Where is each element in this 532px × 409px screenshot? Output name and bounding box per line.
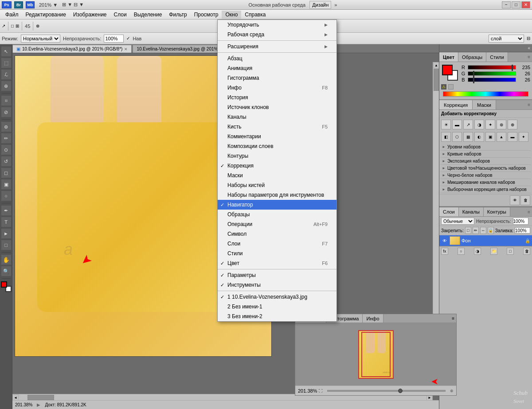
corr-hue[interactable]: ⊛ (497, 120, 506, 129)
opacity-field[interactable] (513, 218, 528, 225)
dd-layers[interactable]: Слои F7 (218, 239, 336, 249)
tab-swatches[interactable]: Образцы (458, 52, 486, 62)
tool-marquee[interactable]: ⬚ (1, 58, 12, 68)
color-panel-collapse[interactable]: ≡ (526, 55, 532, 59)
b-slider[interactable] (468, 78, 516, 82)
menu-image[interactable]: Изображение (70, 11, 110, 19)
menu-select[interactable]: Выделение (130, 11, 166, 19)
menu-window[interactable]: Окно (222, 11, 241, 19)
dd-file2[interactable]: 2 Без имени-1 (218, 302, 336, 312)
layer-new-btn[interactable]: □ (507, 248, 514, 255)
scroll-left[interactable]: ◄ (12, 394, 19, 400)
spectrum-bar[interactable] (443, 91, 528, 97)
navigator-slider-thumb[interactable] (398, 389, 403, 393)
fill-field[interactable] (515, 227, 530, 234)
dd-options[interactable]: ✓ Параметры (218, 270, 336, 280)
g-thumb[interactable] (473, 71, 474, 77)
collapse-btn[interactable]: « (528, 46, 530, 51)
tool-brush[interactable]: ✏ (1, 133, 12, 144)
design-button[interactable]: Дизайн (309, 1, 331, 9)
layer-adjustment-btn[interactable]: ◑ (474, 248, 481, 255)
dd-tools[interactable]: ✓ Инструменты (218, 280, 336, 290)
tool-shape[interactable]: □ (1, 240, 12, 250)
corr-eye-btn[interactable]: 👁 (510, 195, 520, 205)
tool-stamp[interactable]: ⊙ (1, 144, 12, 155)
tab-masks[interactable]: Маски (473, 100, 496, 109)
dd-file3[interactable]: 3 Без имени-2 (218, 312, 336, 321)
tool-gradient[interactable]: ▣ (1, 179, 12, 190)
dd-animation[interactable]: Анимация (218, 63, 336, 73)
dd-styles[interactable]: Стили (218, 249, 336, 258)
corr-invert[interactable]: ◐ (474, 132, 484, 142)
corr-levels[interactable]: ▬ (452, 120, 462, 129)
nav-tab-info[interactable]: Инфо (363, 314, 383, 323)
tool-text[interactable]: T (1, 217, 12, 227)
corr-item-curves[interactable]: ► Кривые наборов (440, 151, 531, 158)
dd-notes[interactable]: Комментарии (218, 132, 336, 141)
corr-selective-color[interactable]: ✦ (519, 132, 528, 142)
g-slider[interactable] (468, 71, 516, 76)
layer-delete-btn[interactable]: 🗑 (523, 248, 530, 255)
canvas-tab-1[interactable]: ▣ 10.Evelina-Voznesenskaya3.jpg @ 201% (… (12, 45, 132, 53)
tab1-close[interactable]: ✕ (124, 47, 128, 51)
dd-channels[interactable]: Каналы (218, 112, 336, 122)
corr-curves[interactable]: ↗ (463, 120, 473, 129)
corr-brightness[interactable]: ☀ (441, 120, 451, 129)
lock-position[interactable]: ✏ (473, 227, 479, 234)
tool-heal[interactable]: ⊛ (1, 121, 12, 132)
tool-zoom[interactable]: 🔍 (1, 266, 12, 277)
dd-history[interactable]: История (218, 93, 336, 102)
r-thumb[interactable] (512, 65, 513, 71)
dd-paths[interactable]: Контуры (218, 151, 336, 161)
menu-layers[interactable]: Слои (110, 11, 130, 19)
hscroll-thumb[interactable] (27, 395, 54, 400)
layer-row-fon[interactable]: 👁 Фон 🔒 (439, 235, 532, 246)
dd-tool-presets[interactable]: Наборы параметров для инструментов (218, 190, 336, 200)
corr-item-exposure[interactable]: ► Экспозиция наборов (440, 158, 531, 165)
tool-crop[interactable]: ⌗ (1, 95, 12, 106)
tool-eyedropper[interactable]: ⊘ (1, 107, 12, 117)
maximize-button[interactable]: □ (512, 1, 520, 8)
corr-item-levels[interactable]: ► Уровни наборов (440, 144, 531, 151)
gamut-swatch[interactable] (448, 84, 454, 90)
correction-panel-collapse[interactable]: ≡ (526, 102, 532, 107)
menu-help[interactable]: Справка (241, 11, 269, 19)
lock-all[interactable]: 🔒 (488, 227, 494, 234)
tab-layers[interactable]: Слои (439, 207, 459, 216)
layer-mask-btn[interactable]: ○ (458, 248, 465, 255)
lock-pixels[interactable]: □ (465, 227, 471, 234)
menu-view[interactable]: Просмотр (191, 11, 222, 19)
tab-paths[interactable]: Контуры (484, 207, 510, 216)
tab-styles[interactable]: Стили (486, 52, 508, 62)
tool-path[interactable]: ► (1, 228, 12, 239)
dd-info[interactable]: Инфо F8 (218, 83, 336, 93)
blend-mode-select[interactable]: Обычные (441, 218, 474, 225)
layer-style-btn[interactable]: fx (441, 248, 448, 255)
corr-trash-btn[interactable]: 🗑 (520, 195, 530, 205)
menu-file[interactable]: Файл (2, 11, 22, 19)
fg-color-swatch[interactable] (442, 65, 453, 75)
tool-lasso[interactable]: ℒ (1, 69, 12, 80)
corr-threshold[interactable]: ▲ (497, 132, 506, 142)
dd-file1[interactable]: ✓ 1 10.Evelina-Voznesenskaya3.jpg (218, 292, 336, 302)
layer-group-btn[interactable]: 📁 (490, 248, 497, 255)
tab-correction[interactable]: Коррекция (439, 100, 473, 109)
navigator-slider[interactable] (327, 390, 446, 392)
b-thumb[interactable] (473, 77, 474, 83)
scroll-thumb[interactable] (434, 69, 439, 91)
corr-gradient-map[interactable]: ▬ (508, 132, 517, 142)
dd-histogram[interactable]: Гистограмма (218, 73, 336, 83)
corr-item-bw[interactable]: ► Черно-белое наборов (440, 172, 531, 179)
corr-colorbal[interactable]: ⊕ (508, 120, 517, 129)
dd-extensions[interactable]: Расширения ▶ (218, 42, 336, 51)
layer-select[interactable]: слой (489, 35, 524, 43)
dd-brush[interactable]: Кисть F5 (218, 122, 336, 132)
dd-workspace[interactable]: Рабочая среда ▶ (218, 30, 336, 39)
close-button[interactable]: ✕ (521, 1, 530, 8)
dd-character[interactable]: Символ (218, 229, 336, 239)
corr-channelmix[interactable]: ▦ (463, 132, 473, 142)
tool-history[interactable]: ↺ (1, 156, 12, 167)
dd-masks[interactable]: Маски (218, 171, 336, 180)
menu-filter[interactable]: Фильтр (165, 11, 190, 19)
dd-clone-source[interactable]: Источник клонов (218, 102, 336, 112)
